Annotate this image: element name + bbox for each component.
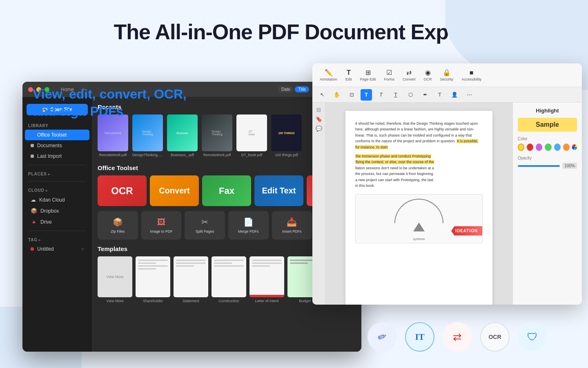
text-highlight-tool[interactable]: T: [361, 89, 372, 101]
thumbnail: Business: [167, 114, 198, 151]
text-underline-tool[interactable]: T: [390, 89, 401, 101]
template-thumb: [212, 256, 246, 297]
list-item[interactable]: Shareholder: [136, 256, 170, 303]
pdf-text-block-2: the Immersion phase and conduct Prototyp…: [355, 153, 483, 188]
toolbar-accessibility[interactable]: ■ Accessibility: [458, 67, 485, 83]
color-blue[interactable]: [554, 144, 561, 151]
tool-card-split[interactable]: ✂ Split Pages: [185, 211, 225, 240]
accessibility-icon: ■: [470, 69, 474, 76]
toolbar-edit[interactable]: T Edit: [342, 67, 355, 83]
pdf-page: It should be noted, therefore, that the …: [345, 111, 492, 305]
thumbnail: RemoteWork: [98, 114, 128, 151]
thumbnail: DesignThinking: [202, 114, 232, 151]
shape-tool[interactable]: ⬡: [405, 89, 416, 101]
toolset-card-edittext[interactable]: Edit Text: [254, 175, 303, 206]
divider: [28, 165, 86, 165]
list-item[interactable]: Business Business_.pdf: [167, 114, 198, 157]
bookmark-icon[interactable]: 🔖: [316, 116, 322, 122]
tool-card-insert[interactable]: 📥 Insert PDFs: [272, 211, 312, 240]
list-item[interactable]: 100 THINGS 100 things.pdf: [271, 114, 302, 157]
text-box-tool[interactable]: T: [434, 89, 445, 101]
list-item[interactable]: Statement: [174, 256, 208, 303]
page-edit-icon: ⊞: [365, 69, 371, 76]
list-item[interactable]: View More View More: [98, 256, 132, 303]
tag-label: TAG ▸: [22, 234, 92, 244]
more-tool[interactable]: ⋯: [463, 89, 475, 101]
opacity-slider[interactable]: [518, 165, 560, 167]
sidebar-item-office-toolset[interactable]: Office Toolset: [25, 130, 89, 140]
hand-tool[interactable]: ✋: [331, 89, 343, 101]
file-name: 100 things.pdf: [275, 153, 298, 157]
pdf-page-viewer[interactable]: It should be noted, therefore, that the …: [325, 103, 512, 305]
pdf-subtoolbar: ↖ ✋ ⊡ T T T ⬡ ✒ T 👤 ⋯: [312, 87, 582, 103]
sidebar-item-dropbox[interactable]: 📦 Dropbox: [25, 205, 89, 216]
toolset-card-fax[interactable]: Fax: [202, 175, 251, 206]
places-label: PLACES ▸: [22, 168, 92, 178]
opacity-control: 100%: [518, 163, 577, 169]
toolset-card-convert[interactable]: Convert: [150, 175, 199, 206]
tool-card-zip[interactable]: 📦 Zip Files: [98, 211, 138, 240]
sidebar-item-documents[interactable]: Documents: [25, 140, 89, 151]
insert-icon: 📥: [287, 217, 297, 227]
list-item[interactable]: DTbook DT_book.pdf: [236, 114, 267, 157]
toolbar-ocr[interactable]: ◉ OCR: [421, 67, 435, 83]
sidebar-item-untitled[interactable]: Untitled 0: [25, 244, 89, 254]
template-thumb: [136, 256, 170, 297]
sidebar-item-drive[interactable]: 🔺 Drive: [25, 216, 89, 227]
opacity-label: Opacity: [518, 156, 577, 160]
text-tool-2[interactable]: T: [375, 89, 387, 101]
toolbar-convert[interactable]: ⇄ Convert: [399, 67, 419, 83]
thumbnail: 100 THINGS: [271, 114, 302, 151]
marquee-tool[interactable]: ⊡: [346, 89, 357, 101]
toolset-title: Office Toolset: [98, 164, 138, 171]
thumbnail-view-icon[interactable]: ⊟: [316, 107, 321, 113]
tool-label: Zip Files: [111, 229, 125, 233]
toolbar-page-edit[interactable]: ⊞ Page Edit: [357, 67, 379, 83]
opacity-value: 100%: [562, 163, 577, 169]
color-yellow[interactable]: [518, 144, 524, 151]
color-red[interactable]: [527, 144, 533, 151]
color-orange[interactable]: [563, 144, 570, 151]
list-item[interactable]: Letter of Intent: [249, 256, 284, 303]
list-item[interactable]: DesignThinking DesignThinking.pdf: [132, 114, 163, 157]
panel-title: Highlight: [518, 108, 577, 114]
tool-card-merge[interactable]: 📄 Merge PDFs: [228, 211, 269, 240]
item-dot: [31, 133, 34, 137]
tool-card-image-to-pdf[interactable]: 🖼 Image to PDF: [141, 211, 182, 240]
list-item[interactable]: RemoteWork RemoteWork.pdf: [98, 114, 128, 157]
sidebar-item-kdan-cloud[interactable]: ☁ Kdan Cloud: [25, 194, 89, 205]
color-green[interactable]: [545, 144, 551, 151]
color-wheel[interactable]: [572, 144, 577, 150]
pen-tool[interactable]: ✒: [419, 89, 431, 101]
toolset-card-ocr[interactable]: OCR: [98, 175, 147, 206]
templates-title: Templates: [98, 245, 127, 252]
cursor-tool[interactable]: ↖: [316, 89, 328, 101]
item-dot: [31, 155, 34, 158]
mac-body: 📂 Open File LIBRARY Office Toolset Docum…: [22, 97, 361, 352]
toolbar-forms[interactable]: ☑ Forms: [381, 67, 398, 83]
tool-label: Image to PDF: [150, 229, 173, 233]
toolbar-security[interactable]: 🔒 Security: [437, 67, 457, 83]
pill-date[interactable]: Date: [278, 86, 293, 92]
pdf-right-panel: Highlight Sample Color Opacity 100%: [512, 103, 582, 305]
diagram-arc: [394, 199, 443, 223]
tagline: View, edit, convert, OCR,and sign PDFs: [33, 86, 187, 120]
tool-label: Split Pages: [196, 229, 214, 233]
list-item[interactable]: DesignThinking RemoteWork.pdf: [202, 114, 232, 157]
sidebar-item-last-import[interactable]: Last Import: [25, 151, 89, 162]
zip-icon: 📦: [113, 217, 123, 227]
library-label: LIBRARY: [22, 120, 92, 130]
toolbar-annotation[interactable]: ✏️ Annotation: [316, 67, 341, 83]
pdf-body: ⊟ 🔖 💬 It should be noted, therefore, tha…: [312, 103, 582, 305]
template-thumb: [174, 256, 208, 297]
file-name: RemoteWork.pdf: [203, 153, 231, 157]
convert-icon: ⇄: [406, 69, 412, 76]
convert-feature-icon: ⇄: [443, 322, 472, 352]
color-purple[interactable]: [536, 144, 542, 151]
pdf-diagram: synthesis IDEATION: [355, 194, 483, 243]
comment-icon[interactable]: 💬: [316, 126, 322, 132]
stamp-tool[interactable]: 👤: [449, 89, 460, 101]
thumbnail: DTbook: [236, 114, 267, 151]
pill-title[interactable]: Title: [295, 86, 309, 92]
list-item[interactable]: Construction: [212, 256, 246, 303]
